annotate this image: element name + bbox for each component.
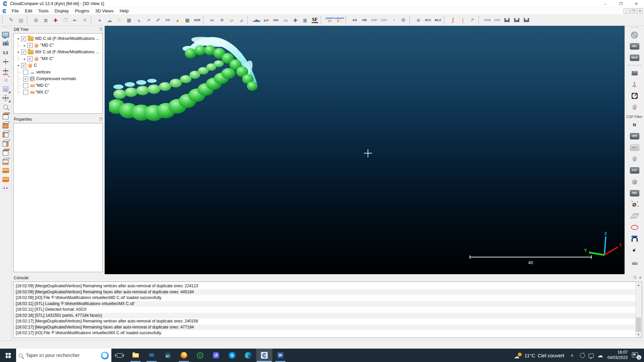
mdi-minimize-button[interactable]: – [624, 8, 630, 14]
view-front-button[interactable] [1, 121, 10, 129]
pcv-button[interactable]: PCV [630, 166, 639, 175]
plugins-button[interactable]: ❖ [414, 15, 423, 25]
menu-edit[interactable]: Edit [22, 8, 35, 14]
tree-item-vertices[interactable]: ☁vertices [14, 69, 102, 75]
taskbar-app-edge[interactable] [240, 349, 256, 362]
tree-item-c[interactable]: ▾✓C [14, 62, 102, 69]
view-iso-front-button[interactable]: FRONT [1, 166, 10, 175]
scissors-segment-button[interactable]: ✂ [207, 15, 217, 25]
shp-export-button[interactable]: SHP [369, 15, 379, 25]
zoom-and-center-button[interactable] [1, 57, 10, 66]
spline-fit-button[interactable]: ∫ [458, 15, 468, 25]
add-sf-button[interactable]: ✚ [290, 15, 300, 25]
compass-button[interactable] [630, 91, 639, 101]
tree-item-md-c[interactable]: ▸✓"MD C" [14, 42, 102, 49]
tray-network-icon[interactable] [589, 354, 594, 358]
stats-button[interactable]: μ,σ [261, 15, 271, 25]
m3c2-button[interactable]: M3C2 [630, 143, 639, 152]
view-iso-back-button[interactable]: BACK [1, 175, 10, 184]
import-button[interactable]: ⇤ [70, 15, 80, 25]
tree-checkbox[interactable]: ✓ [28, 56, 33, 61]
tree-checkbox[interactable] [23, 83, 28, 88]
plugin-b-button[interactable]: ▙▟ [512, 15, 522, 25]
tree-checkbox[interactable]: ✓ [21, 63, 26, 68]
start-button[interactable] [0, 349, 16, 362]
taskbar-search[interactable] [16, 349, 111, 362]
properties-list-button[interactable]: ≣ [41, 15, 51, 25]
ssao-filter-button[interactable]: SSAO [630, 53, 639, 62]
menu-plugins[interactable]: Plugins [72, 8, 92, 14]
screenshot-button[interactable] [1, 39, 10, 48]
mdi-restore-button[interactable]: ❐ [630, 8, 636, 14]
expander-open-icon[interactable]: ▾ [16, 50, 20, 54]
normals-curvature-button[interactable]: N+C [423, 15, 433, 25]
trace-polyline-button[interactable]: ✐ [153, 15, 163, 25]
tree-checkbox[interactable]: ✓ [23, 76, 28, 81]
scalar-field-button[interactable]: SF [310, 15, 320, 25]
gears-button[interactable]: ⚙ [630, 200, 639, 209]
notification-center-button[interactable]: 3 [632, 352, 641, 359]
tree-item-mx-c[interactable]: "MX C" [14, 89, 102, 96]
db-tree-float-button[interactable]: ❐ [99, 27, 102, 31]
expander-closed-icon[interactable]: ▸ [22, 57, 27, 61]
weather-widget[interactable]: ☁ 11°C Ciel couvert [514, 353, 565, 358]
sf-calculator-button[interactable]: ▦ [300, 15, 310, 25]
octree-button[interactable]: ▦ [124, 15, 134, 25]
save-button[interactable]: ▤ [16, 15, 26, 25]
expander-open-icon[interactable]: ▾ [16, 64, 20, 67]
delete-button[interactable]: ✕ [80, 15, 90, 25]
menu-help[interactable]: Help [117, 8, 132, 14]
mdi-close-button[interactable]: ✕ [637, 8, 643, 14]
tree-item-md-c-stl-f-th-se-modifications[interactable]: ▾✓MD C.stl (F:/thèse/Modifications ... [14, 35, 102, 42]
taskbar-app-skype[interactable]: S [224, 349, 240, 362]
clone-transform-button[interactable]: ⚙ [31, 15, 41, 25]
animation-button[interactable] [630, 68, 639, 78]
fuse-button[interactable]: ❐ [60, 15, 70, 25]
histogram-button[interactable]: ▂▅▃ [252, 15, 261, 25]
disable-filter-button[interactable] [630, 30, 639, 40]
zoom-1-1-button[interactable]: 1:1 [1, 48, 10, 57]
plugin-a-button[interactable]: ▙▟ [502, 15, 512, 25]
taskbar-clock[interactable]: 16:07 04/03/2023 [607, 350, 628, 360]
poisson-recon-button[interactable] [630, 177, 639, 186]
broom-button[interactable] [630, 80, 639, 89]
point-list-picking-button[interactable]: ☁ [105, 15, 114, 25]
tree-checkbox[interactable]: ✓ [28, 43, 33, 48]
tray-onedrive-icon[interactable]: ☁ [597, 353, 603, 358]
view-back-button[interactable] [1, 148, 10, 157]
mls-smoothing-button[interactable]: MLS [433, 15, 443, 25]
min-distance-button[interactable]: min [271, 15, 281, 25]
console-scrollbar[interactable]: ▲ ▼ [635, 282, 641, 337]
properties-float-button[interactable]: ❐ [99, 117, 102, 121]
view-top-button[interactable] [1, 112, 10, 120]
density-button[interactable]: ▭ [281, 15, 290, 25]
console-float-button[interactable]: ❐ [633, 276, 636, 280]
pivot-button[interactable] [1, 94, 10, 102]
rsd-button[interactable]: RSD [630, 188, 639, 198]
rotate-view-button[interactable]: ◁↷ [1, 75, 10, 84]
plugin-c-button[interactable]: ▙▟ [522, 15, 531, 25]
menu-display[interactable]: Display [52, 8, 72, 14]
csv-export-button[interactable]: CSV [379, 15, 389, 25]
tree-checkbox[interactable] [23, 90, 28, 95]
auto-pick-center-button[interactable]: auto [1, 66, 10, 75]
taskbar-app-task-view[interactable] [111, 349, 127, 362]
tree-item-compressed-normals[interactable]: ✓Compressed normals [14, 75, 102, 82]
tree-item-mx-c[interactable]: ▸✓"MX C" [14, 55, 102, 62]
tree-item-md-c[interactable]: "MD C" [14, 82, 102, 89]
cloud-ruler-button[interactable]: ☁ [630, 257, 639, 266]
taskbar-app-iobit[interactable]: U [192, 349, 208, 362]
checker-button[interactable]: ▩ [182, 15, 192, 25]
taskbar-app-mail[interactable]: ✉ [144, 349, 160, 362]
hand-tool-button[interactable]: ☛ [630, 245, 639, 255]
view-bottom-button[interactable] [1, 157, 10, 166]
menu-file[interactable]: File [9, 8, 22, 14]
canupo-classify-button[interactable]: CANUPO⚙→ [335, 15, 344, 25]
fast-marching-button[interactable]: FM [360, 15, 369, 25]
edl-filter-button[interactable]: EDL [630, 42, 639, 51]
taskbar-app-microsoft-store[interactable] [160, 349, 176, 362]
subsample-button[interactable]: ∴ [114, 15, 124, 25]
tree-checkbox[interactable] [23, 70, 28, 75]
taskbar-app-microsoft-loop[interactable]: ↺ [208, 349, 224, 362]
tray-chevron-icon[interactable]: ∧ [569, 353, 576, 358]
